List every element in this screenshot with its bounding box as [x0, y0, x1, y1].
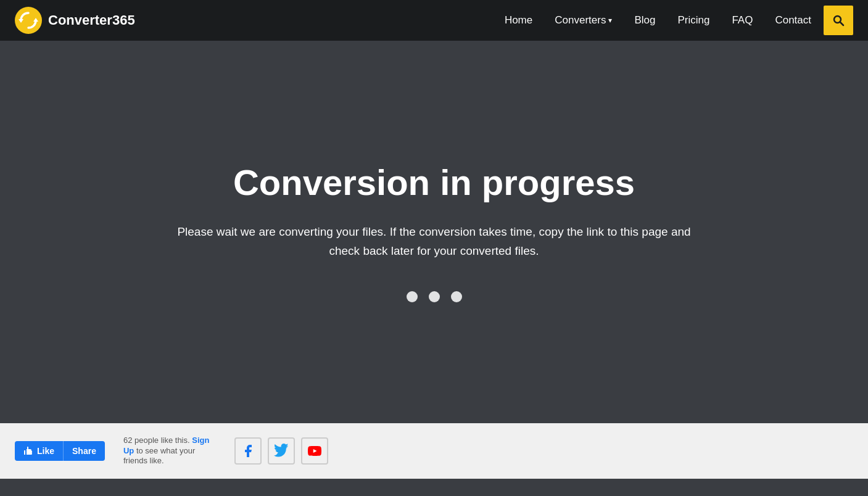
thumbs-up-icon: [23, 446, 33, 456]
fb-share-button[interactable]: Share: [63, 441, 105, 461]
fb-signup-suffix: to see what your friends like.: [123, 446, 195, 466]
fb-like-label: Like: [37, 446, 54, 456]
loading-dot-2: [429, 291, 440, 302]
facebook-social-link[interactable]: [234, 437, 262, 465]
svg-point-0: [15, 7, 42, 34]
youtube-social-link[interactable]: [301, 437, 328, 465]
nav-item-converters[interactable]: Converters ▾: [545, 9, 622, 31]
footer: Like Share 62 people like this. Sign Up …: [0, 423, 868, 479]
twitter-social-link[interactable]: [268, 437, 295, 465]
chevron-down-icon: ▾: [608, 16, 612, 25]
nav-link-contact[interactable]: Contact: [765, 9, 821, 31]
nav-link-home[interactable]: Home: [495, 9, 542, 31]
social-icons: [234, 437, 328, 465]
fb-count-text: 62 people like this.: [123, 436, 190, 445]
nav-item-pricing[interactable]: Pricing: [668, 14, 719, 27]
nav-item-contact[interactable]: Contact: [765, 14, 821, 27]
svg-line-4: [840, 22, 844, 26]
fb-like-section: Like Share: [15, 441, 105, 461]
nav-item-blog[interactable]: Blog: [624, 14, 665, 27]
brand-logo-link[interactable]: Converter365: [15, 7, 135, 34]
fb-share-label: Share: [72, 446, 96, 456]
nav-link-pricing[interactable]: Pricing: [668, 9, 719, 31]
fb-like-button[interactable]: Like: [15, 441, 63, 461]
navbar: Converter365 Home Converters ▾ Blog Pric…: [0, 0, 868, 41]
youtube-icon: [307, 444, 322, 458]
nav-item-home[interactable]: Home: [495, 14, 542, 27]
twitter-icon: [274, 444, 289, 458]
main-content: Conversion in progress Please wait we ar…: [0, 41, 868, 423]
brand-name: Converter365: [48, 12, 135, 28]
search-button[interactable]: [824, 6, 853, 35]
nav-menu: Home Converters ▾ Blog Pricing FAQ Conta…: [495, 6, 853, 35]
brand-logo-icon: [15, 7, 42, 34]
loading-dot-3: [451, 291, 462, 302]
loading-indicator: [407, 291, 462, 302]
nav-link-faq[interactable]: FAQ: [722, 9, 763, 31]
facebook-icon: [241, 444, 255, 458]
loading-dot-1: [407, 291, 418, 302]
nav-item-faq[interactable]: FAQ: [722, 14, 763, 27]
nav-link-converters[interactable]: Converters ▾: [545, 9, 622, 31]
fb-like-count: 62 people like this. Sign Up to see what…: [123, 436, 210, 467]
nav-search[interactable]: [824, 6, 853, 35]
page-title: Conversion in progress: [233, 162, 635, 203]
page-description: Please wait we are converting your files…: [163, 223, 706, 260]
search-icon: [832, 14, 845, 27]
nav-link-blog[interactable]: Blog: [624, 9, 665, 31]
